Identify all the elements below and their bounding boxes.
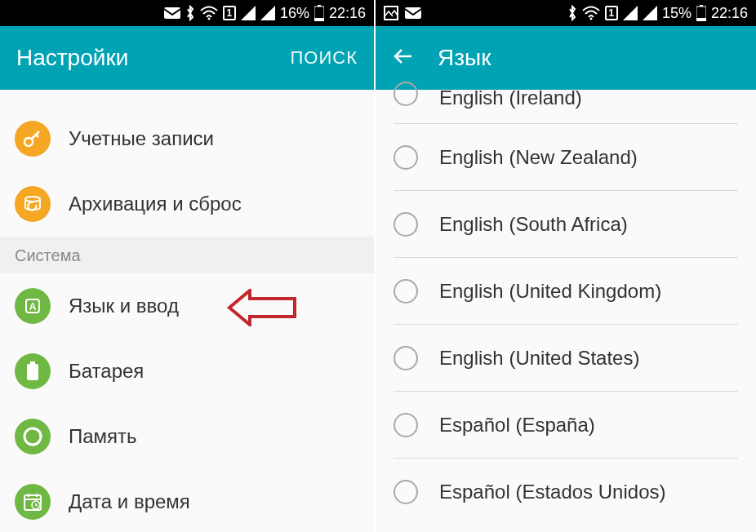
battery-icon: [696, 5, 706, 21]
radio-icon: [394, 346, 418, 370]
settings-item-memory[interactable]: Память: [0, 404, 374, 469]
signal-icon-2: [260, 6, 275, 20]
svg-rect-0: [164, 7, 180, 19]
svg-text:A: A: [29, 301, 37, 313]
status-bar: 1 15% 22:16: [376, 0, 756, 26]
language-label: English (South Africa): [439, 213, 628, 236]
settings-item-language[interactable]: A Язык и ввод: [0, 273, 374, 339]
section-header-system: Система: [0, 237, 374, 273]
sim-icon: 1: [223, 6, 236, 20]
radio-icon: [394, 279, 418, 304]
settings-label: Архивация и сброс: [69, 193, 242, 215]
settings-label: Память: [69, 425, 137, 448]
language-label: English (New Zealand): [439, 146, 638, 169]
signal-icon-1: [623, 6, 638, 20]
radio-icon: [394, 212, 418, 237]
radio-icon: [394, 480, 418, 504]
settings-label: Язык и ввод: [69, 295, 179, 317]
wifi-icon: [200, 6, 218, 20]
svg-rect-15: [405, 7, 421, 19]
search-button[interactable]: ПОИСК: [291, 47, 358, 69]
settings-item-battery[interactable]: Батарея: [0, 339, 374, 404]
settings-label: Учетные записи: [69, 127, 214, 150]
settings-label: Батарея: [69, 360, 144, 383]
battery-percent: 16%: [280, 5, 309, 22]
settings-item-backup[interactable]: Архивация и сброс: [0, 171, 374, 237]
datetime-icon: [15, 484, 51, 520]
gmail-icon: [405, 6, 421, 20]
language-icon: A: [15, 288, 51, 324]
svg-rect-4: [314, 18, 324, 21]
battery-settings-icon: [15, 353, 51, 389]
radio-icon: [394, 82, 418, 106]
app-bar: Настройки ПОИСК: [0, 26, 374, 90]
status-bar: 1 16% 22:16: [0, 0, 374, 26]
svg-rect-19: [696, 18, 706, 21]
settings-screen: 1 16% 22:16 Настройки ПОИСК Учетные запи…: [0, 0, 376, 532]
signal-icon-2: [643, 6, 657, 20]
language-screen: 1 15% 22:16 Язык English (Ireland) Engli…: [376, 0, 756, 532]
language-option[interactable]: English (New Zealand): [394, 124, 738, 191]
settings-item-accounts[interactable]: Учетные записи: [0, 106, 374, 171]
wifi-icon: [582, 6, 600, 20]
svg-point-6: [25, 197, 40, 202]
page-title: Настройки: [16, 45, 291, 71]
screenshot-icon: [384, 6, 398, 20]
settings-list: Учетные записи Архивация и сброс Система…: [0, 90, 374, 532]
bluetooth-icon: [567, 5, 577, 21]
language-label: Español (España): [439, 414, 595, 437]
language-option[interactable]: English (Ireland): [394, 90, 738, 124]
gmail-icon: [164, 7, 180, 19]
battery-icon: [314, 5, 324, 21]
settings-label: Дата и время: [69, 490, 190, 513]
language-label: English (United States): [439, 347, 639, 370]
status-time: 22:16: [711, 5, 748, 22]
key-icon: [15, 121, 51, 157]
sim-icon: 1: [605, 6, 618, 20]
svg-rect-10: [27, 364, 38, 380]
settings-item-datetime[interactable]: Дата и время: [0, 469, 374, 532]
svg-point-16: [589, 18, 592, 20]
bluetooth-icon: [185, 5, 195, 21]
memory-icon: [15, 419, 51, 454]
radio-icon: [394, 413, 418, 437]
radio-icon: [394, 145, 418, 170]
language-option[interactable]: Español (Estados Unidos): [394, 459, 738, 525]
back-button[interactable]: [392, 45, 415, 71]
status-time: 22:16: [329, 5, 366, 22]
language-option[interactable]: English (United States): [394, 325, 738, 392]
page-title: Язык: [438, 45, 740, 71]
language-option[interactable]: English (South Africa): [394, 191, 738, 258]
language-label: English (United Kingdom): [439, 280, 661, 303]
language-list[interactable]: English (Ireland) English (New Zealand) …: [376, 90, 756, 525]
backup-icon: [15, 186, 51, 222]
language-label: English (Ireland): [439, 86, 582, 109]
svg-rect-9: [30, 361, 35, 364]
battery-percent: 15%: [662, 5, 692, 22]
language-label: Español (Estados Unidos): [439, 481, 665, 503]
language-option[interactable]: Español (España): [394, 392, 738, 459]
app-bar: Язык: [376, 26, 756, 90]
language-option[interactable]: English (United Kingdom): [394, 258, 738, 325]
signal-icon-1: [241, 6, 256, 20]
svg-point-1: [207, 18, 210, 20]
